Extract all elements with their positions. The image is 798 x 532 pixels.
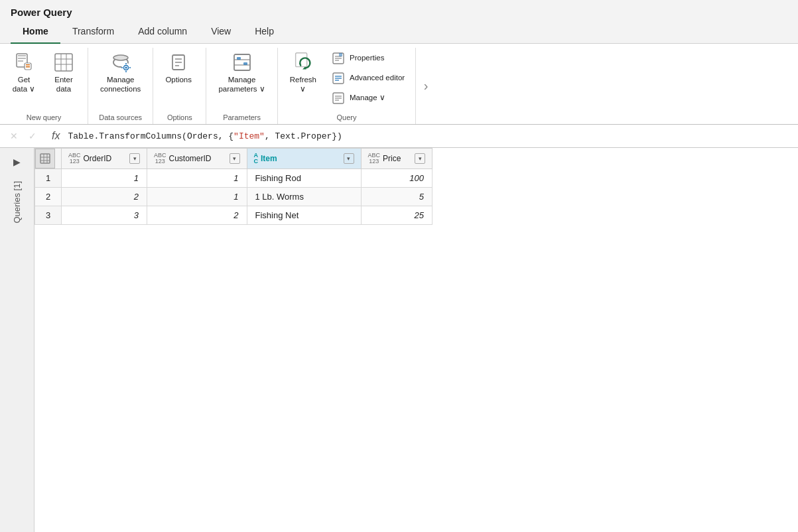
cell-item-2: 1 Lb. Worms: [247, 188, 361, 206]
svg-rect-45: [40, 154, 50, 163]
cell-order-id-1: 1: [62, 169, 147, 188]
tab-home[interactable]: Home: [11, 21, 60, 43]
cell-price-1: 100: [361, 169, 432, 188]
item-dropdown[interactable]: ▾: [344, 153, 354, 164]
order-id-dropdown[interactable]: ▾: [129, 153, 140, 164]
options-icon: [166, 50, 190, 74]
manage-parameters-label: Manage parameters ∨: [218, 76, 265, 94]
ribbon-group-parameters: Manage parameters ∨ Parameters: [206, 48, 277, 124]
properties-label: Properties: [350, 54, 384, 63]
formula-text: Table.TransformColumns(Orders, {"Item", …: [68, 131, 793, 141]
row-num-1: 1: [35, 169, 62, 188]
table-row: 1 1 1 Fishing Rod 100: [35, 169, 432, 188]
customer-id-dropdown[interactable]: ▾: [230, 153, 240, 164]
ribbon-group-data-sources: Manage connections Data sources: [88, 48, 153, 124]
refresh-icon: [291, 50, 315, 74]
ribbon-group-query: Refresh ∨: [278, 48, 416, 124]
ribbon-group-new-query: Get data ∨ Enter data: [0, 48, 88, 124]
manage-connections-button[interactable]: Manage connections: [94, 48, 147, 96]
cell-order-id-3: 3: [62, 206, 147, 225]
tab-help[interactable]: Help: [243, 21, 286, 43]
tab-view[interactable]: View: [199, 21, 243, 43]
table-row: 3 3 2 Fishing Net 25: [35, 206, 432, 225]
svg-point-16: [125, 67, 127, 69]
svg-rect-29: [243, 62, 247, 65]
ribbon-group-label-parameters: Parameters: [212, 111, 271, 124]
svg-rect-3: [18, 60, 23, 62]
cell-order-id-2: 2: [62, 188, 147, 206]
col-header-customer-id[interactable]: ABC123 CustomerID ▾: [147, 149, 247, 169]
col-header-order-id[interactable]: ABC123 OrderID ▾: [62, 149, 147, 169]
table-selector-cell[interactable]: [35, 149, 62, 169]
options-label: Options: [165, 76, 192, 85]
svg-rect-25: [234, 54, 250, 70]
tab-add-column[interactable]: Add column: [126, 21, 199, 43]
manage-connections-icon: [109, 50, 133, 74]
cell-customer-id-1: 1: [147, 169, 247, 188]
enter-data-icon: [52, 50, 76, 74]
data-area[interactable]: ABC123 OrderID ▾ ABC123 CustomerID ▾: [34, 148, 798, 532]
ribbon-group-label-options: Options: [159, 111, 200, 124]
cell-item-1: Fishing Rod: [247, 169, 361, 188]
refresh-label: Refresh ∨: [290, 76, 316, 94]
table-row: 2 2 1 1 Lb. Worms 5: [35, 188, 432, 206]
confirm-formula-button[interactable]: ✓: [24, 127, 41, 145]
svg-rect-7: [55, 54, 72, 71]
manage-button[interactable]: Manage ∨: [326, 89, 410, 107]
row-num-2: 2: [35, 188, 62, 206]
svg-rect-28: [237, 57, 241, 60]
advanced-editor-label: Advanced editor: [350, 74, 405, 83]
svg-rect-2: [18, 58, 26, 59]
ribbon-group-label-new-query: New query: [5, 111, 82, 124]
svg-rect-5: [26, 64, 30, 66]
ribbon-group-label-query: Query: [283, 111, 410, 124]
properties-icon: [331, 51, 346, 66]
manage-connections-label: Manage connections: [100, 76, 141, 94]
properties-button[interactable]: Properties: [326, 49, 410, 68]
ribbon-body: Get data ∨ Enter data: [0, 44, 798, 125]
get-data-label: Get data ∨: [13, 76, 36, 94]
price-dropdown[interactable]: ▾: [415, 153, 425, 164]
cancel-formula-button[interactable]: ✕: [5, 127, 23, 145]
ribbon-group-more: ›: [416, 48, 436, 124]
formula-bar: ✕ ✓ fx Table.TransformColumns(Orders, {"…: [0, 125, 798, 148]
formula-bar-buttons: ✕ ✓: [5, 127, 41, 145]
cell-price-2: 5: [361, 188, 432, 206]
cell-item-3: Fishing Net: [247, 206, 361, 225]
ribbon-tabs: Home Transform Add column View Help: [0, 21, 798, 44]
manage-parameters-button[interactable]: Manage parameters ∨: [212, 48, 271, 96]
refresh-button[interactable]: Refresh ∨: [283, 48, 323, 96]
more-groups-indicator[interactable]: ›: [424, 78, 429, 94]
cell-customer-id-3: 2: [147, 206, 247, 225]
svg-rect-36: [339, 53, 342, 56]
query-side-buttons: Properties Advanced editor: [326, 48, 410, 109]
get-data-button[interactable]: Get data ∨: [5, 48, 42, 96]
app-title-text: Power Query: [11, 7, 72, 18]
enter-data-label: Enter data: [54, 76, 73, 94]
queries-label: Queries [1]: [12, 181, 22, 224]
advanced-editor-button[interactable]: Advanced editor: [326, 69, 410, 88]
svg-rect-1: [18, 55, 26, 56]
ribbon-group-label-data-sources: Data sources: [94, 111, 147, 124]
manage-icon: [331, 91, 346, 105]
expand-sidebar-button[interactable]: ▶: [9, 153, 26, 170]
enter-data-button[interactable]: Enter data: [45, 48, 82, 96]
fx-label: fx: [52, 130, 60, 142]
get-data-icon: [12, 50, 36, 74]
main-area: ▶ Queries [1]: [0, 148, 798, 532]
ribbon-group-options: Options Options: [153, 48, 206, 124]
data-table: ABC123 OrderID ▾ ABC123 CustomerID ▾: [34, 148, 432, 225]
col-header-item[interactable]: AC Item ▾: [247, 149, 361, 169]
manage-label: Manage ∨: [350, 94, 385, 103]
cell-price-3: 25: [361, 206, 432, 225]
col-header-price[interactable]: ABC123 Price ▾: [361, 149, 432, 169]
left-sidebar: ▶ Queries [1]: [0, 148, 34, 532]
app-title: Power Query: [0, 0, 798, 18]
row-num-3: 3: [35, 206, 62, 225]
options-button[interactable]: Options: [159, 48, 198, 86]
advanced-editor-icon: [331, 71, 346, 86]
svg-point-13: [113, 55, 128, 60]
svg-rect-6: [26, 66, 30, 68]
tab-transform[interactable]: Transform: [60, 21, 126, 43]
manage-parameters-icon: [230, 50, 254, 74]
